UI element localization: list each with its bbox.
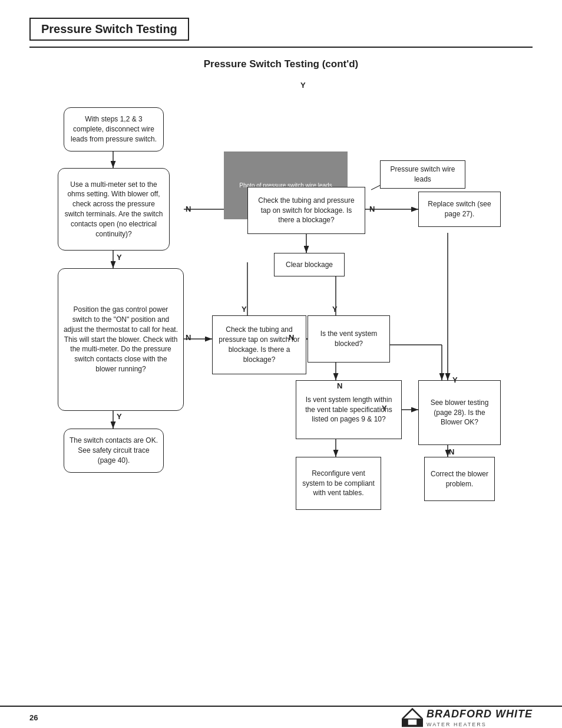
- page-number: 26: [29, 713, 38, 722]
- brand-subtitle: WATER HEATERS: [427, 722, 533, 727]
- callout-box: Pressure switch wire leads: [380, 160, 465, 189]
- label-n4: N: [289, 333, 294, 342]
- label-n3: N: [186, 333, 191, 342]
- label-y2: Y: [117, 412, 122, 421]
- label-y5: Y: [332, 305, 338, 314]
- label-y4: Y: [242, 305, 247, 314]
- flowchart-box-7: Clear blockage: [274, 253, 345, 276]
- bottom-bar: 26 BRADFORD WHITE WATER HEATERS: [0, 706, 562, 728]
- section-title: Pressure Switch Testing (cont'd): [29, 58, 533, 70]
- flowchart-box-13: Correct the blower problem.: [424, 457, 495, 501]
- svg-rect-27: [408, 720, 416, 725]
- flowchart-box-4: The switch contacts are OK. See safety c…: [64, 429, 164, 473]
- brand-icon: [402, 707, 423, 728]
- brand-name: BRADFORD WHITE: [427, 708, 533, 720]
- label-y6: Y: [382, 404, 387, 413]
- flowchart-box-12: See blower testing (page 28). Is the Blo…: [418, 380, 501, 445]
- flowchart-box-5: Check the tubing and pressure tap on swi…: [247, 187, 365, 234]
- brand-logo: BRADFORD WHITE WATER HEATERS: [402, 707, 533, 728]
- flowchart-box-2: Use a multi-meter set to the ohms settin…: [58, 168, 170, 251]
- label-n2: N: [369, 205, 375, 213]
- title-divider: [29, 47, 533, 48]
- page-title: Pressure Switch Testing: [29, 18, 189, 41]
- label-n1: N: [186, 205, 191, 213]
- brand-text: BRADFORD WHITE WATER HEATERS: [427, 708, 533, 727]
- flowchart-box-1: With steps 1,2 & 3 complete, disconnect …: [64, 107, 164, 151]
- flowchart-box-11: Reconfigure vent system to be compliant …: [296, 457, 381, 510]
- label-y-blower: Y: [452, 375, 458, 384]
- label-y1: Y: [117, 253, 122, 262]
- flowchart-box-6: Replace switch (see page 27).: [418, 192, 501, 227]
- label-n6: N: [449, 447, 454, 456]
- flowchart-box-9: Is the vent system blocked?: [308, 315, 390, 363]
- diagram-area: Pressure switch wire leads Photo of pres…: [29, 81, 533, 700]
- flowchart-box-8: Check the tubing and pressure tap on swi…: [212, 315, 306, 374]
- page-container: Pressure Switch Testing Pressure Switch …: [0, 0, 562, 728]
- label-y3: Y: [300, 81, 306, 90]
- flowchart-box-3: Position the gas control power switch to…: [58, 268, 184, 411]
- label-n5: N: [337, 381, 342, 390]
